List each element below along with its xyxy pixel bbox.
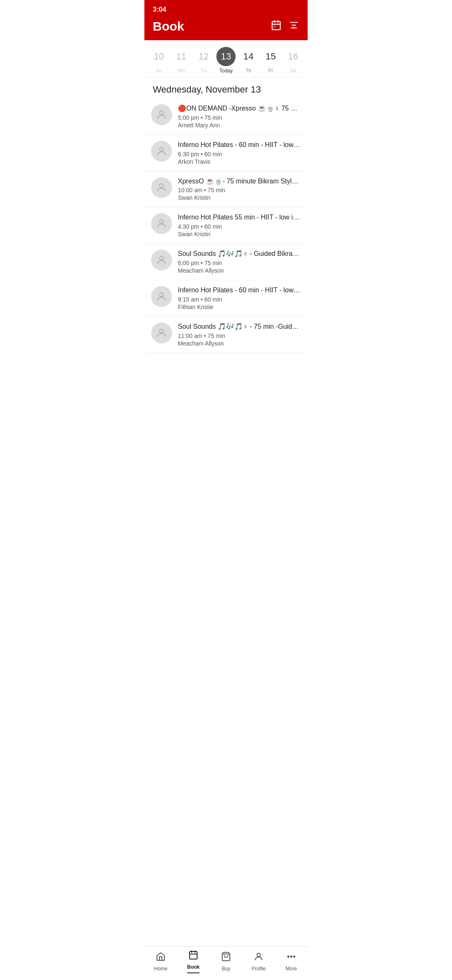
class-info: Soul Sounds 🎵🎶🎵♀ - Guided Bikram Flow...… <box>178 250 301 274</box>
class-meta: 10:00 am • 75 min <box>178 187 301 193</box>
class-instructor: Swan Kristin <box>178 194 301 201</box>
class-info: Soul Sounds 🎵🎶🎵♀ - 75 min -Guided Bikr..… <box>178 322 301 347</box>
avatar <box>151 104 172 125</box>
svg-point-11 <box>159 183 163 187</box>
class-title: XpressO ☕🍵- 75 minute Bikram Style T... <box>178 177 301 186</box>
svg-point-13 <box>159 256 163 260</box>
class-info: 🔴ON DEMAND -Xpresso ☕🍵♀ 75 min- B... 5:0… <box>178 104 301 129</box>
class-instructor: Swan Kristin <box>178 231 301 237</box>
header: Book <box>144 16 308 40</box>
day-number: 11 <box>172 47 191 66</box>
class-title: Inferno Hot Pilates - 60 min - HIIT - lo… <box>178 141 301 150</box>
class-instructor: Arkon Travis <box>178 158 301 165</box>
day-name: Today <box>219 68 233 74</box>
class-meta: 9:15 am • 60 min <box>178 296 301 303</box>
class-item-1[interactable]: Inferno Hot Pilates - 60 min - HIIT - lo… <box>144 135 308 171</box>
class-title: Soul Sounds 🎵🎶🎵♀ - 75 min -Guided Bikr..… <box>178 322 301 331</box>
svg-point-9 <box>159 111 163 115</box>
avatar <box>151 286 172 307</box>
class-info: Inferno Hot Pilates - 60 min - HIIT - lo… <box>178 141 301 165</box>
class-meta: 6:00 pm • 75 min <box>178 260 301 266</box>
class-item-2[interactable]: XpressO ☕🍵- 75 minute Bikram Style T... … <box>144 171 308 208</box>
class-title: Soul Sounds 🎵🎶🎵♀ - Guided Bikram Flow... <box>178 250 301 258</box>
filter-icon[interactable] <box>288 20 299 33</box>
page-title: Book <box>153 19 184 34</box>
class-instructor: Meacham Allyson <box>178 340 301 347</box>
calendar-day-11[interactable]: 11 Mo <box>172 47 191 74</box>
day-name: Th <box>245 68 251 74</box>
calendar-day-14[interactable]: 14 Th <box>239 47 258 74</box>
calendar-icon[interactable] <box>271 20 282 33</box>
calendar-section: 10 Su 11 Mo 12 Tu 13 Today 14 Th 15 Fr 1… <box>144 40 308 77</box>
avatar <box>151 141 172 162</box>
date-heading: Wednesday, November 13 <box>144 77 308 98</box>
day-name: Tu <box>201 68 207 74</box>
class-item-4[interactable]: Soul Sounds 🎵🎶🎵♀ - Guided Bikram Flow...… <box>144 244 308 280</box>
svg-point-10 <box>159 147 163 151</box>
class-item-5[interactable]: Inferno Hot Pilates - 60 min - HIIT - lo… <box>144 280 308 317</box>
day-name: Sa <box>290 68 296 74</box>
avatar <box>151 213 172 234</box>
day-name: Fr <box>268 68 273 74</box>
class-meta: 4:30 pm • 60 min <box>178 223 301 230</box>
day-number: 12 <box>194 47 213 66</box>
class-list: 🔴ON DEMAND -Xpresso ☕🍵♀ 75 min- B... 5:0… <box>144 98 308 387</box>
class-info: Inferno Hot Pilates - 60 min - HIIT - lo… <box>178 286 301 310</box>
svg-rect-0 <box>272 21 280 30</box>
day-number: 14 <box>239 47 258 66</box>
class-instructor: Fithian Kristie <box>178 304 301 310</box>
avatar <box>151 250 172 271</box>
class-item-6[interactable]: Soul Sounds 🎵🎶🎵♀ - 75 min -Guided Bikr..… <box>144 317 308 353</box>
svg-point-12 <box>159 220 163 224</box>
class-meta: 5:00 pm • 75 min <box>178 114 301 121</box>
class-meta: 11:00 am • 75 min <box>178 333 301 339</box>
class-info: Inferno Hot Pilates 55 min - HIIT - low … <box>178 213 301 237</box>
avatar <box>151 177 172 198</box>
calendar-day-10[interactable]: 10 Su <box>149 47 169 74</box>
class-instructor: Arnett Mary Ann <box>178 122 301 129</box>
calendar-day-16[interactable]: 16 Sa <box>283 47 303 74</box>
class-info: XpressO ☕🍵- 75 minute Bikram Style T... … <box>178 177 301 201</box>
class-title: Inferno Hot Pilates - 60 min - HIIT - lo… <box>178 286 301 295</box>
day-number: 16 <box>283 47 303 66</box>
calendar-days: 10 Su 11 Mo 12 Tu 13 Today 14 Th 15 Fr 1… <box>148 47 304 74</box>
calendar-day-15[interactable]: 15 Fr <box>261 47 280 74</box>
day-name: Su <box>156 68 162 74</box>
calendar-day-12[interactable]: 12 Tu <box>194 47 213 74</box>
day-number: 10 <box>149 47 169 66</box>
class-instructor: Meacham Allyson <box>178 267 301 274</box>
day-number: 13 <box>216 47 236 66</box>
time-display: 3:04 <box>153 6 166 13</box>
status-bar: 3:04 <box>144 0 308 16</box>
class-item-0[interactable]: 🔴ON DEMAND -Xpresso ☕🍵♀ 75 min- B... 5:0… <box>144 98 308 135</box>
class-meta: 6:30 pm • 60 min <box>178 151 301 157</box>
svg-point-14 <box>159 293 163 297</box>
day-number: 15 <box>261 47 280 66</box>
svg-point-15 <box>159 329 163 333</box>
class-title: Inferno Hot Pilates 55 min - HIIT - low … <box>178 213 301 222</box>
header-actions <box>271 20 299 33</box>
class-item-3[interactable]: Inferno Hot Pilates 55 min - HIIT - low … <box>144 207 308 244</box>
calendar-day-13[interactable]: 13 Today <box>216 47 236 74</box>
day-name: Mo <box>178 68 185 74</box>
avatar <box>151 322 172 343</box>
class-title: 🔴ON DEMAND -Xpresso ☕🍵♀ 75 min- B... <box>178 104 301 113</box>
